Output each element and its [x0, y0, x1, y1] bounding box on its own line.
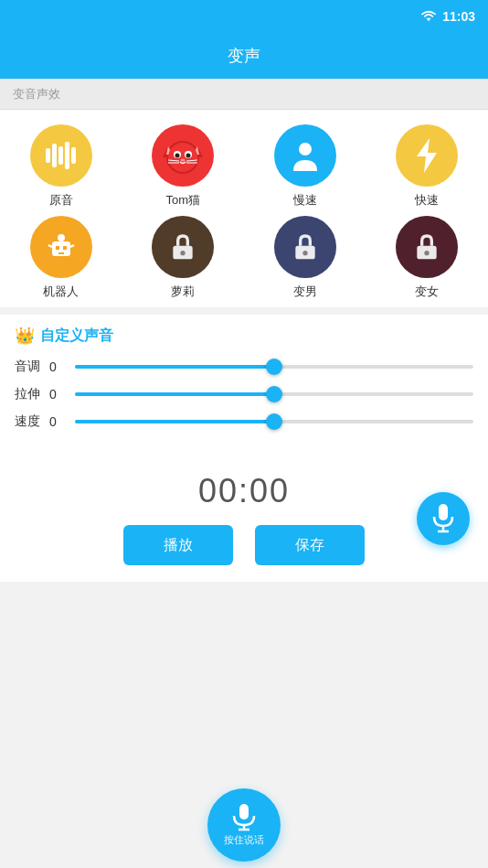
effect-label-mansu: 慢速 [293, 192, 317, 209]
effect-label-jiqiren: 机器人 [43, 284, 79, 300]
wave-icon [46, 142, 76, 169]
pitch-thumb[interactable] [266, 359, 282, 375]
stretch-thumb[interactable] [266, 386, 282, 402]
svg-point-6 [168, 143, 197, 172]
speed-slider[interactable] [75, 420, 473, 423]
svg-marker-0 [427, 18, 431, 22]
effect-circle-manli [152, 216, 214, 278]
svg-line-24 [48, 245, 52, 247]
custom-sound-section: 👑 自定义声音 音调 0 拉伸 0 速度 0 [0, 315, 488, 455]
crown-icon: 👑 [15, 326, 35, 346]
timer-section: 00:00 播放 保存 [0, 455, 488, 582]
effect-circle-jiqiren [30, 216, 92, 278]
svg-point-11 [181, 159, 186, 162]
effect-jiqiren[interactable]: 机器人 [0, 216, 122, 300]
pitch-fill [75, 365, 274, 369]
action-buttons: 播放 保存 [123, 525, 365, 565]
stretch-slider[interactable] [75, 392, 473, 396]
floating-mic-icon [430, 504, 456, 533]
lightning-icon [413, 138, 440, 173]
lock-overlay-biannv [396, 216, 458, 278]
pitch-label: 音调 [15, 359, 42, 375]
lock-icon-manli [168, 232, 197, 262]
save-button[interactable]: 保存 [255, 525, 365, 565]
lock-overlay-biannan [274, 216, 336, 278]
status-time: 11:03 [442, 9, 475, 24]
stretch-fill [75, 392, 274, 396]
effect-circle-kuaisu [396, 124, 458, 187]
status-bar-right: 11:03 [420, 9, 475, 24]
effect-manli[interactable]: 萝莉 [122, 216, 245, 300]
effect-tom[interactable]: Tom猫 [122, 124, 245, 209]
person-icon [288, 138, 323, 173]
svg-rect-21 [58, 252, 64, 254]
lock-icon-biannan [291, 232, 320, 262]
effect-mansu[interactable]: 慢速 [244, 124, 366, 209]
effect-circle-biannv [396, 216, 458, 278]
speed-value: 0 [49, 414, 68, 429]
wifi-icon [420, 10, 437, 23]
effect-label-tom: Tom猫 [165, 192, 200, 209]
custom-title: 👑 自定义声音 [15, 326, 473, 346]
record-button-label: 按住说话 [224, 833, 264, 847]
effects-grid: 原音 [0, 110, 488, 307]
tom-cat-icon [159, 132, 207, 179]
app-header: 变声 [0, 33, 488, 79]
robot-icon [43, 229, 80, 265]
svg-point-27 [181, 251, 186, 255]
custom-title-text: 自定义声音 [40, 327, 113, 346]
page-title: 变声 [228, 45, 260, 67]
play-button[interactable]: 播放 [123, 525, 233, 565]
speed-label: 速度 [15, 413, 42, 430]
svg-point-10 [186, 154, 191, 158]
effect-circle-tom [152, 124, 214, 187]
svg-line-25 [70, 245, 74, 247]
speed-slider-row: 速度 0 [15, 413, 473, 430]
timer-display: 00:00 [198, 472, 290, 510]
effect-yuanyin[interactable]: 原音 [0, 124, 122, 209]
svg-point-9 [175, 154, 180, 158]
record-button[interactable]: 按住说话 [207, 788, 281, 862]
record-mic-icon [232, 804, 256, 831]
effect-label-biannv: 变女 [415, 284, 439, 300]
svg-marker-17 [417, 138, 437, 173]
status-bar: 11:03 [0, 0, 488, 33]
effects-section-label: 变音声效 [0, 79, 488, 110]
stretch-value: 0 [49, 387, 68, 402]
svg-rect-35 [239, 804, 249, 820]
effect-circle-yuanyin [30, 124, 92, 187]
stretch-slider-row: 拉伸 0 [15, 386, 473, 402]
pitch-slider-row: 音调 0 [15, 359, 473, 375]
effect-label-kuaisu: 快速 [415, 192, 439, 209]
effect-label-biannan: 变男 [293, 284, 317, 300]
speed-thumb[interactable] [266, 413, 282, 430]
svg-point-31 [425, 251, 430, 255]
empty-area [0, 582, 488, 772]
svg-rect-19 [56, 246, 59, 250]
effect-biannan[interactable]: 变男 [244, 216, 366, 300]
lock-icon-biannv [412, 232, 441, 262]
record-button-wrap: 按住说话 [0, 772, 488, 868]
speed-fill [75, 420, 274, 423]
effect-kuaisu[interactable]: 快速 [366, 124, 489, 209]
svg-rect-20 [63, 246, 67, 250]
floating-mic-button[interactable] [417, 492, 470, 545]
effect-label-manli: 萝莉 [171, 284, 195, 300]
pitch-slider[interactable] [75, 365, 473, 369]
pitch-value: 0 [49, 359, 68, 374]
svg-point-16 [299, 143, 312, 155]
effect-circle-mansu [274, 124, 336, 187]
effect-label-yuanyin: 原音 [49, 192, 73, 209]
stretch-label: 拉伸 [15, 386, 42, 402]
svg-point-29 [302, 251, 307, 255]
lock-overlay-manli [152, 216, 214, 278]
effect-biannv[interactable]: 变女 [366, 216, 489, 300]
svg-rect-32 [439, 504, 448, 520]
effect-circle-biannan [274, 216, 336, 278]
